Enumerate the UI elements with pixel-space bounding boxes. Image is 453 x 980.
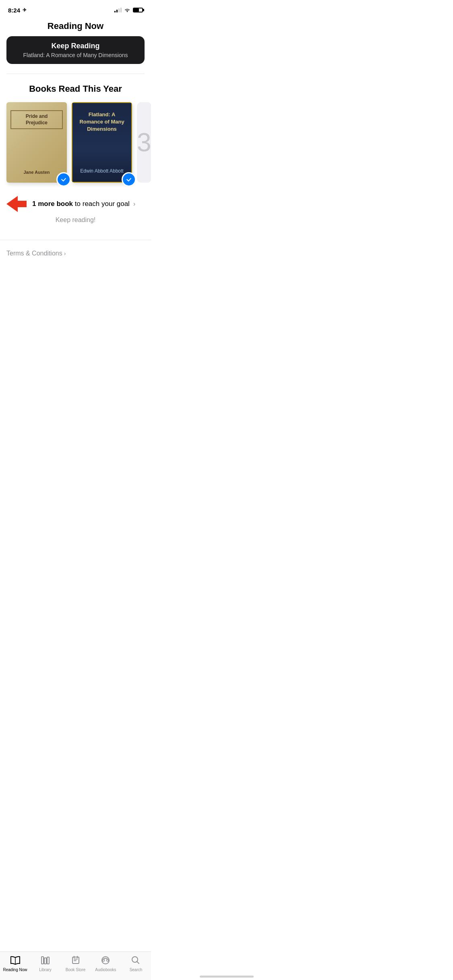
book-cover-pride: Pride and Prejudice Jane Austen [6,102,67,183]
flatland-author: Edwin Abbott Abbott [80,168,123,175]
time-display: 8:24 [8,7,20,14]
book-card-flatland[interactable]: Flatland: A Romance of Many Dimensions E… [72,102,132,183]
completed-badge-flatland [122,172,136,187]
goal-subtext: Keep reading! [0,216,151,224]
goal-text: 1 more book to reach your goal › [32,200,135,208]
placeholder-number: 3 [137,128,151,157]
wifi-icon [124,7,130,13]
goal-row[interactable]: 1 more book to reach your goal › [6,194,145,214]
status-bar: 8:24 ✈︎ [0,0,151,18]
divider-1 [6,74,145,74]
book-card-pride[interactable]: Pride and Prejudice Jane Austen [6,102,67,183]
terms-link[interactable]: Terms & Conditions › [6,250,145,257]
pride-title: Pride and Prejudice [15,113,58,126]
terms-section: Terms & Conditions › [0,240,151,267]
goal-bold-text: 1 more book [32,200,73,208]
pride-author: Jane Austen [23,170,50,175]
page-title: Reading Now [0,18,151,36]
book-cover-flatland: Flatland: A Romance of Many Dimensions E… [72,102,132,183]
signal-icon [114,8,122,12]
goal-chevron: › [133,200,136,208]
flatland-title: Flatland: A Romance of Many Dimensions [77,111,127,133]
goal-rest-text: to reach your goal [73,200,130,208]
book-placeholder-3: 3 [137,102,151,183]
red-arrow-icon [6,194,27,214]
keep-reading-banner[interactable]: Keep Reading Flatland: A Romance of Many… [6,36,145,64]
status-icons [114,7,143,13]
terms-label: Terms & Conditions [6,250,62,257]
books-row: Pride and Prejudice Jane Austen Flatland… [0,102,151,183]
books-section-title: Books Read This Year [0,84,151,94]
keep-reading-book-title: Flatland: A Romance of Many Dimensions [14,52,137,58]
battery-icon [133,8,143,12]
status-time: 8:24 ✈︎ [8,7,27,14]
terms-chevron: › [64,250,66,257]
location-icon: ✈︎ [23,7,27,13]
keep-reading-label: Keep Reading [14,42,137,50]
svg-marker-0 [6,196,27,212]
completed-badge-pride [56,172,71,187]
